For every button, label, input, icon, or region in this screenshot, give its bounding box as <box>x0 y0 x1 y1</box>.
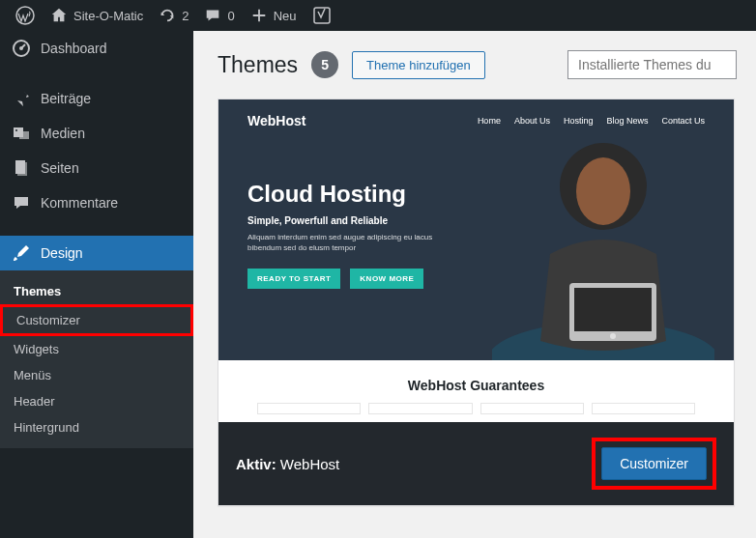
highlight-customize-button: Customizer <box>592 438 716 490</box>
home-icon <box>50 7 68 24</box>
sidebar-item-label: Design <box>41 245 83 261</box>
preview-logo: WebHost <box>247 113 305 128</box>
sidebar-item-media[interactable]: Medien <box>0 116 193 151</box>
appearance-submenu: Themes Customizer Widgets Menüs Header H… <box>0 270 193 448</box>
customize-button[interactable]: Customizer <box>601 447 707 480</box>
submenu-item-header[interactable]: Header <box>0 388 193 414</box>
preview-cta-1: READY TO START <box>247 269 340 289</box>
sidebar-item-dashboard[interactable]: Dashboard <box>0 31 193 66</box>
sidebar-item-pages[interactable]: Seiten <box>0 151 193 185</box>
plus-icon <box>250 7 268 24</box>
comments-link[interactable]: 0 <box>196 0 242 31</box>
new-label: Neu <box>274 9 297 23</box>
yoast-link[interactable] <box>305 0 339 31</box>
svg-point-14 <box>610 333 616 339</box>
admin-sidebar: Dashboard Beiträge Medien Seiten Komment… <box>0 31 193 538</box>
theme-screenshot: WebHost Home About Us Hosting Blog News … <box>218 99 734 360</box>
brush-icon <box>12 243 31 263</box>
comments-icon <box>12 193 31 212</box>
preview-lower-section: WebHost Guarantees <box>218 360 734 422</box>
sidebar-item-label: Medien <box>41 126 85 141</box>
new-content-link[interactable]: Neu <box>243 0 305 31</box>
svg-point-11 <box>576 157 630 225</box>
sidebar-item-comments[interactable]: Kommentare <box>0 185 193 220</box>
search-themes-input[interactable] <box>567 50 737 79</box>
updates-count: 2 <box>182 9 189 23</box>
updates-link[interactable]: 2 <box>151 0 196 31</box>
sidebar-item-appearance[interactable]: Design <box>0 236 193 270</box>
submenu-item-widgets[interactable]: Widgets <box>0 336 193 362</box>
add-theme-button[interactable]: Theme hinzufügen <box>352 51 485 79</box>
sidebar-item-label: Seiten <box>41 160 79 176</box>
sidebar-item-label: Kommentare <box>41 195 118 211</box>
theme-card-footer: Aktiv: WebHost Customizer <box>218 422 734 505</box>
admin-bar: Site-O-Matic 2 0 Neu <box>0 0 756 31</box>
highlight-customizer: Customizer <box>0 304 193 336</box>
sidebar-item-label: Dashboard <box>41 41 107 56</box>
svg-point-6 <box>15 129 17 131</box>
pages-icon <box>12 158 31 178</box>
active-theme-label: Aktiv: WebHost <box>236 456 339 472</box>
submenu-item-themes[interactable]: Themes <box>0 278 193 304</box>
yoast-icon <box>312 6 332 25</box>
theme-count-badge: 5 <box>311 51 338 78</box>
sidebar-item-posts[interactable]: Beiträge <box>0 81 193 116</box>
comment-icon <box>204 7 221 24</box>
hero-illustration <box>492 119 714 360</box>
wp-logo-menu[interactable] <box>8 0 43 31</box>
page-header: Themes 5 Theme hinzufügen <box>218 50 737 79</box>
submenu-item-menus[interactable]: Menüs <box>0 362 193 388</box>
submenu-item-customizer[interactable]: Customizer <box>3 307 190 333</box>
refresh-icon <box>159 7 176 24</box>
submenu-item-background[interactable]: Hintergrund <box>0 414 193 440</box>
main-content: Themes 5 Theme hinzufügen WebHost Home A… <box>193 31 756 506</box>
preview-lower-title: WebHost Guarantees <box>218 378 734 393</box>
svg-rect-8 <box>17 162 27 176</box>
wordpress-icon <box>15 6 35 25</box>
pin-icon <box>12 89 31 108</box>
svg-rect-13 <box>574 288 652 331</box>
svg-rect-5 <box>19 131 29 139</box>
svg-point-3 <box>19 46 23 50</box>
page-title: Themes <box>218 52 298 78</box>
active-theme-card[interactable]: WebHost Home About Us Hosting Blog News … <box>218 99 735 506</box>
comments-count: 0 <box>227 9 234 23</box>
site-name: Site-O-Matic <box>73 9 143 23</box>
sidebar-item-label: Beiträge <box>41 91 91 106</box>
preview-cta-2: KNOW MORE <box>350 269 423 289</box>
preview-desc: Aliquam interdum enim sed augue adipisci… <box>247 232 460 253</box>
site-name-link[interactable]: Site-O-Matic <box>43 0 151 31</box>
media-icon <box>12 124 31 143</box>
dashboard-icon <box>12 39 31 58</box>
